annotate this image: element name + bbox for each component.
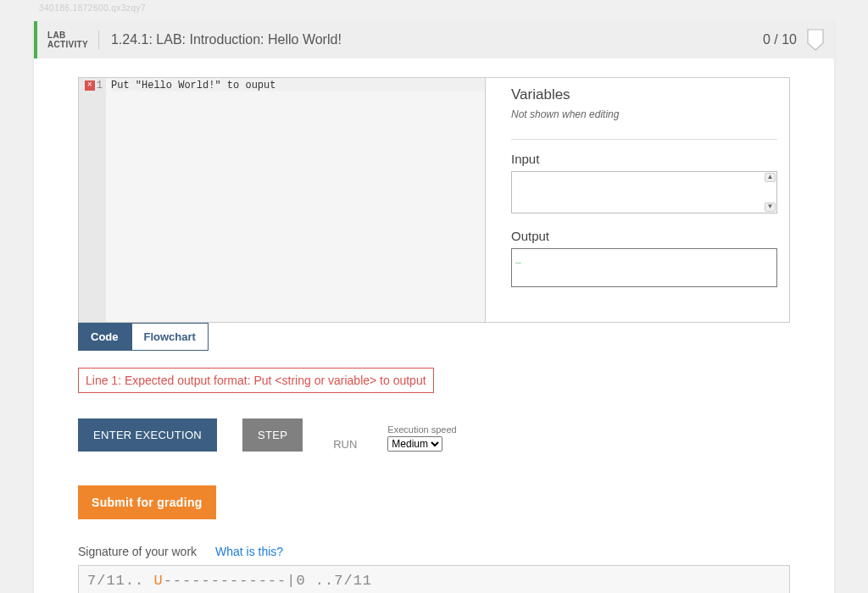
tab-code[interactable]: Code: [78, 323, 131, 351]
speed-label: Execution speed: [387, 424, 456, 435]
input-heading: Input: [511, 152, 777, 166]
run-button[interactable]: RUN: [328, 437, 362, 452]
error-message: Line 1: Expected output format: Put <str…: [78, 368, 434, 393]
signature-dashes: -------------: [164, 573, 287, 589]
code-line-1[interactable]: Put "Hello World!" to ouput: [111, 78, 485, 91]
error-icon[interactable]: ×: [85, 80, 95, 91]
speed-block: Execution speed Medium: [387, 424, 456, 452]
signature-suffix: |0 ..7/11: [287, 573, 372, 589]
lab-tag: LAB ACTIVITY: [37, 30, 99, 49]
card-header: LAB ACTIVITY 1.24.1: LAB: Introduction: …: [34, 21, 834, 58]
separator: [511, 139, 777, 140]
controls-row: ENTER EXECUTION STEP RUN Execution speed…: [78, 418, 790, 452]
editor-column: ×1 Put "Hello World!" to ouput: [79, 78, 486, 322]
side-panel: Variables Not shown when editing Input ▲…: [486, 78, 789, 322]
lab-tag-line1: LAB: [47, 30, 88, 40]
input-box[interactable]: ▲ ▼: [511, 171, 777, 213]
line-number: 1: [97, 80, 103, 91]
record-id: 340186.1872600.qx3zqy7: [0, 3, 868, 21]
signature-box: 7/11.. U-------------|0 ..7/11: [78, 565, 790, 593]
output-cursor: _: [515, 252, 521, 264]
variables-heading: Variables: [511, 86, 777, 103]
gutter: ×1: [79, 78, 106, 322]
lab-tag-line2: ACTIVITY: [47, 40, 88, 49]
lab-title: 1.24.1: LAB: Introduction: Hello World!: [99, 32, 342, 47]
submit-button[interactable]: Submit for grading: [78, 485, 216, 519]
variables-note: Not shown when editing: [511, 108, 777, 120]
what-is-this-link[interactable]: What is this?: [215, 545, 283, 558]
speed-select[interactable]: Medium: [387, 436, 442, 452]
signature-mid: U: [153, 573, 163, 589]
step-button[interactable]: STEP: [242, 418, 303, 452]
work-area: ×1 Put "Hello World!" to ouput Variables…: [78, 77, 790, 323]
lab-card: LAB ACTIVITY 1.24.1: LAB: Introduction: …: [34, 21, 834, 593]
signature-prefix: 7/11..: [87, 573, 153, 589]
signature-label: Signature of your work: [78, 545, 197, 558]
code-editor[interactable]: ×1 Put "Hello World!" to ouput: [79, 78, 485, 322]
gutter-line-1: ×1: [79, 78, 103, 91]
scroll-up-icon[interactable]: ▲: [765, 173, 776, 182]
code-lines[interactable]: Put "Hello World!" to ouput: [106, 78, 485, 322]
signature-row: Signature of your work What is this?: [78, 545, 790, 558]
output-box: _: [511, 248, 777, 287]
scroll-down-icon[interactable]: ▼: [765, 202, 776, 212]
shield-icon: [807, 29, 824, 51]
enter-execution-button[interactable]: ENTER EXECUTION: [78, 418, 217, 452]
score: 0 / 10: [763, 32, 797, 47]
output-heading: Output: [511, 229, 777, 243]
card-body: ×1 Put "Hello World!" to ouput Variables…: [34, 58, 834, 593]
editor-tabs: Code Flowchart: [78, 323, 790, 351]
tab-flowchart[interactable]: Flowchart: [131, 323, 209, 351]
